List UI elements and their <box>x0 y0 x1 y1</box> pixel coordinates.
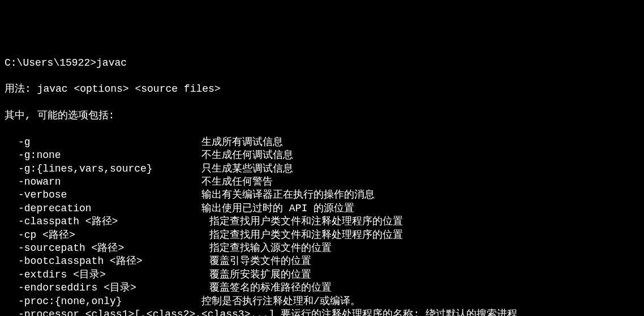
options-list: -g 生成所有调试信息-g:none 不生成任何调试信息-g:{lines,va… <box>5 136 639 316</box>
option-line: -processor <class1>[,<class2>,<class3>..… <box>5 308 639 316</box>
option-line: -bootclasspath <路径> 覆盖引导类文件的位置 <box>5 255 639 268</box>
option-line: -deprecation 输出使用已过时的 API 的源位置 <box>5 202 639 215</box>
option-line: -endorseddirs <目录> 覆盖签名的标准路径的位置 <box>5 281 639 294</box>
option-line: -sourcepath <路径> 指定查找输入源文件的位置 <box>5 242 639 255</box>
option-line: -cp <路径> 指定查找用户类文件和注释处理程序的位置 <box>5 229 639 242</box>
option-line: -classpath <路径> 指定查找用户类文件和注释处理程序的位置 <box>5 215 639 228</box>
command-prompt-line: C:\Users\15922>javac <box>5 57 639 70</box>
option-line: -proc:{none,only} 控制是否执行注释处理和/或编译。 <box>5 295 639 308</box>
option-line: -extdirs <目录> 覆盖所安装扩展的位置 <box>5 268 639 281</box>
option-line: -verbose 输出有关编译器正在执行的操作的消息 <box>5 189 639 202</box>
options-header: 其中, 可能的选项包括: <box>5 109 639 122</box>
usage-line: 用法: javac <options> <source files> <box>5 83 639 96</box>
option-line: -g 生成所有调试信息 <box>5 136 639 149</box>
option-line: -g:{lines,vars,source} 只生成某些调试信息 <box>5 163 639 176</box>
option-line: -nowarn 不生成任何警告 <box>5 176 639 189</box>
option-line: -g:none 不生成任何调试信息 <box>5 149 639 162</box>
